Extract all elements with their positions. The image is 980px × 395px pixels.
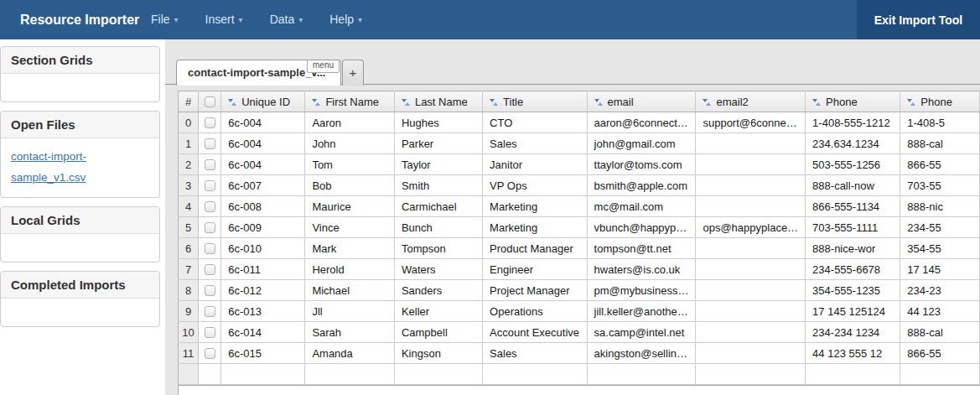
row-checkbox[interactable] (205, 306, 215, 317)
row-number[interactable]: 4 (179, 196, 199, 217)
cell[interactable]: 866-55 (900, 343, 980, 364)
cell[interactable]: Michael (305, 280, 395, 301)
cell[interactable]: 6c-010 (221, 238, 305, 259)
cell[interactable]: CTO (483, 112, 587, 133)
cell[interactable]: 354-55 (900, 238, 980, 259)
cell[interactable]: 6c-015 (221, 343, 305, 364)
cell[interactable]: tompson@tt.net (587, 238, 696, 259)
cell[interactable] (900, 364, 980, 385)
cell[interactable]: Sales (483, 133, 587, 154)
cell[interactable] (696, 154, 806, 175)
row-checkbox[interactable] (205, 264, 215, 275)
column-header-last-name[interactable]: Last Name (394, 91, 482, 112)
column-header-email2[interactable]: email2 (696, 91, 806, 112)
row-number[interactable]: 11 (179, 343, 199, 364)
cell[interactable]: 1-408-555-1212 (806, 112, 900, 133)
row-checkbox[interactable] (205, 348, 215, 359)
row-number[interactable]: 9 (179, 301, 199, 322)
cell[interactable]: Engineer (483, 259, 587, 280)
menu-help[interactable]: Help▾ (316, 0, 376, 39)
cell[interactable] (587, 364, 696, 385)
cell[interactable]: 6c-012 (221, 280, 305, 301)
cell[interactable]: Carmichael (394, 196, 482, 217)
cell[interactable] (696, 322, 806, 343)
cell[interactable] (696, 175, 806, 196)
cell[interactable]: Marketing (483, 217, 587, 238)
row-number[interactable]: 0 (179, 112, 199, 133)
row-number[interactable]: 8 (179, 280, 199, 301)
cell[interactable]: 888-nice-wor (806, 238, 900, 259)
cell[interactable]: 17 145 (900, 259, 980, 280)
cell[interactable]: Bunch (394, 217, 482, 238)
cell[interactable] (483, 364, 587, 385)
cell[interactable]: 703-55 (900, 175, 980, 196)
open-file-link[interactable]: contact-import-sample_v1.csv (11, 146, 149, 188)
column-header-first-name[interactable]: First Name (305, 91, 395, 112)
row-checkbox[interactable] (205, 138, 215, 149)
cell[interactable]: 354-555-1235 (806, 280, 900, 301)
cell[interactable]: Product Manager (483, 238, 587, 259)
add-tab-button[interactable]: + (342, 60, 364, 86)
cell[interactable]: Kingson (394, 343, 482, 364)
row-checkbox[interactable] (205, 222, 215, 233)
cell[interactable]: 6c-004 (221, 112, 305, 133)
cell[interactable]: 6c-008 (221, 196, 305, 217)
cell[interactable]: Parker (394, 133, 482, 154)
cell[interactable]: Sarah (305, 322, 395, 343)
cell[interactable]: 6c-009 (221, 217, 305, 238)
cell[interactable]: Tompson (394, 238, 482, 259)
cell[interactable]: Taylor (394, 154, 482, 175)
cell[interactable]: 44 123 555 12 (806, 343, 900, 364)
cell[interactable]: john@gmail.com (587, 133, 696, 154)
cell[interactable]: Operations (483, 301, 587, 322)
cell[interactable] (696, 280, 806, 301)
cell[interactable] (696, 343, 806, 364)
column-header-phone[interactable]: Phone (900, 91, 980, 112)
row-checkbox[interactable] (205, 243, 215, 254)
row-number[interactable]: 1 (179, 133, 199, 154)
cell[interactable]: Jll (305, 301, 395, 322)
cell[interactable]: 44 123 (900, 301, 980, 322)
cell[interactable]: Janitor (483, 154, 587, 175)
cell[interactable]: 6c-004 (221, 133, 305, 154)
cell[interactable]: 234-555-6678 (806, 259, 900, 280)
row-number[interactable]: 3 (179, 175, 199, 196)
cell[interactable]: hwaters@is.co.uk (587, 259, 696, 280)
cell[interactable] (696, 196, 806, 217)
tab-active-file[interactable]: contact-import-sample_v... menu (176, 60, 341, 86)
menu-insert[interactable]: Insert▾ (192, 0, 257, 39)
row-checkbox[interactable] (205, 117, 215, 128)
cell[interactable]: Herold (305, 259, 395, 280)
cell[interactable]: sa.camp@intel.net (587, 322, 696, 343)
column-header-phone[interactable]: Phone (806, 91, 900, 112)
cell[interactable]: 234-234 1234 (806, 322, 900, 343)
cell[interactable]: Campbell (394, 322, 482, 343)
row-number[interactable]: 2 (179, 154, 199, 175)
cell[interactable]: Maurice (305, 196, 395, 217)
cell[interactable]: 888-cal (900, 322, 980, 343)
cell[interactable]: 866-555-1134 (806, 196, 900, 217)
cell[interactable]: 6c-007 (221, 175, 305, 196)
cell[interactable]: 503-555-1256 (806, 154, 900, 175)
cell[interactable]: 234-23 (900, 280, 980, 301)
cell[interactable]: 866-55 (900, 154, 980, 175)
cell[interactable]: Tom (305, 154, 395, 175)
cell[interactable]: John (305, 133, 395, 154)
cell[interactable]: Hughes (394, 112, 482, 133)
cell[interactable]: 703-555-1111 (806, 217, 900, 238)
cell[interactable]: aaron@6connect… (587, 112, 696, 133)
cell[interactable] (394, 364, 482, 385)
tab-menu-button[interactable]: menu (307, 60, 340, 73)
cell[interactable]: Waters (394, 259, 482, 280)
cell[interactable]: Bob (305, 175, 395, 196)
cell[interactable]: support@6conne… (696, 112, 806, 133)
cell[interactable]: VP Ops (483, 175, 587, 196)
cell[interactable]: Vince (305, 217, 395, 238)
row-number[interactable]: 10 (179, 322, 199, 343)
row-number[interactable]: 7 (179, 259, 199, 280)
cell[interactable]: jill.keller@anothe… (587, 301, 696, 322)
cell[interactable] (696, 238, 806, 259)
cell[interactable]: ops@happyplace… (696, 217, 806, 238)
cell[interactable] (221, 364, 305, 385)
cell[interactable]: mc@mail.com (587, 196, 696, 217)
